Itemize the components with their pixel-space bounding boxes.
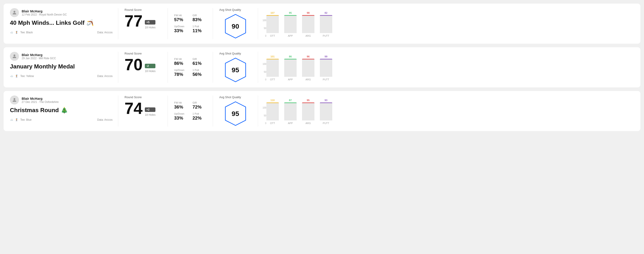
stat-fw-hit: FW Hit 57%: [174, 14, 188, 22]
weather-icon: ☁️: [10, 118, 13, 121]
stat-gir: GIR 61%: [193, 58, 206, 66]
bar-container: [302, 59, 314, 77]
title-emoji: 🪃: [86, 19, 94, 26]
tee-label: Tee: Yellow: [20, 75, 34, 78]
score-row: 77 +5 18 Holes: [124, 13, 161, 29]
chart-group-arg: 98 ARG: [302, 11, 314, 37]
round-score-value: 70: [124, 57, 142, 73]
tee-row: ☁️ 🏌️ Tee: Yellow Data: Arccos: [10, 75, 112, 78]
card-chart: 100 50 0 107 OTT 95: [258, 8, 634, 39]
player-info: Blair McHarg 12 Feb 2022 · Royal North D…: [22, 9, 67, 16]
chart-group-app: 86 APP: [284, 55, 296, 81]
bar-container: [284, 59, 296, 77]
avatar: [10, 52, 19, 61]
card-left: Blair McHarg 12 Feb 2022 · Royal North D…: [10, 8, 118, 39]
chart-group-ott: 110 OTT: [266, 99, 279, 125]
chart-bars: 107 OTT 95 APP 98: [266, 10, 332, 37]
card-stats: FW Hit 36% GIR 72% Up/Down 33% 1 Putt 22…: [168, 96, 213, 127]
card-center: Round Score 70 -2 18 Holes: [118, 52, 168, 83]
hexagon-container: 95: [224, 57, 247, 83]
score-holes: 18 Holes: [145, 113, 156, 117]
avatar: [10, 96, 19, 105]
card-center: Round Score 74 +2 18 Holes: [118, 96, 168, 127]
hex-score: 95: [232, 66, 239, 74]
quality-label: Avg Shot Quality: [219, 96, 241, 99]
player-row: Blair McHarg 27 Dec 2021 · The Oxfordshi…: [10, 96, 112, 105]
chart-bars: 110 OTT 87 APP 95: [266, 98, 332, 125]
chart-group-arg: 95 ARG: [302, 99, 314, 125]
score-badge: -2: [145, 64, 156, 68]
bag-icon: 🏌️: [15, 118, 18, 121]
bar-container: [284, 103, 296, 121]
bar-container: [266, 103, 279, 121]
stat-updown: Up/Down 33%: [174, 25, 188, 33]
tee-row: ☁️ 🏌️ Tee: Blue Data: Arccos: [10, 118, 112, 121]
round-card-round1: Blair McHarg 12 Feb 2022 · Royal North D…: [4, 3, 640, 44]
title-emoji: 🎄: [61, 107, 68, 114]
player-name: Blair McHarg: [22, 97, 59, 101]
stat-oneputt: 1 Putt 56%: [193, 69, 206, 77]
player-info: Blair McHarg 27 Dec 2021 · The Oxfordshi…: [22, 97, 59, 104]
score-holes: 18 Holes: [145, 26, 156, 29]
score-badge: +5: [145, 20, 156, 24]
player-info: Blair McHarg 29 Jan 2022 · Mill Ride GCC: [22, 53, 56, 60]
card-center: Round Score 77 +5 18 Holes: [118, 8, 168, 39]
hexagon-container: 95: [224, 101, 247, 127]
chart-wrapper: 100 50 0 110 OTT 87: [262, 98, 630, 125]
stat-oneputt: 1 Putt 11%: [193, 25, 206, 33]
bag-icon: 🏌️: [15, 75, 18, 78]
round-score-label: Round Score: [124, 8, 161, 11]
bar-container: [302, 15, 314, 33]
chart-group-arg: 96 ARG: [302, 55, 314, 81]
stat-fw-hit: FW Hit 86%: [174, 58, 188, 66]
avatar: [10, 8, 19, 17]
user-icon: [12, 54, 17, 59]
round-card-round3: Blair McHarg 27 Dec 2021 · The Oxfordshi…: [4, 91, 640, 131]
data-source: Data: Arccos: [97, 31, 112, 34]
user-icon: [12, 10, 17, 15]
bar-container: [320, 15, 332, 33]
player-row: Blair McHarg 12 Feb 2022 · Royal North D…: [10, 8, 112, 17]
card-quality: Avg Shot Quality 95: [213, 52, 258, 83]
bar-container: [302, 103, 314, 121]
bar-container: [266, 15, 279, 33]
chart-group-app: 87 APP: [284, 99, 296, 125]
chart-group-app: 95 APP: [284, 11, 296, 37]
stat-fw-hit: FW Hit 36%: [174, 101, 188, 110]
card-stats: FW Hit 57% GIR 83% Up/Down 33% 1 Putt 11…: [168, 8, 213, 39]
player-date: 12 Feb 2022 · Royal North Devon GC: [22, 13, 67, 16]
round-score-label: Round Score: [124, 52, 161, 55]
hexagon-container: 90: [224, 13, 247, 39]
hex-score: 90: [232, 22, 239, 30]
player-date: 29 Jan 2022 · Mill Ride GCC: [22, 57, 56, 60]
chart-group-ott: 107 OTT: [266, 11, 279, 37]
svg-point-2: [14, 54, 15, 56]
svg-point-0: [14, 11, 15, 13]
stat-gir: GIR 72%: [193, 101, 206, 110]
bar-container: [266, 59, 279, 77]
card-quality: Avg Shot Quality 90: [213, 8, 258, 39]
chart-bars: 101 OTT 86 APP 96: [266, 54, 332, 81]
card-chart: 100 50 0 101 OTT 86: [258, 52, 634, 83]
round-title: 40 Mph Winds... Links Golf 🪃: [10, 19, 112, 26]
chart-wrapper: 100 50 0 107 OTT 95: [262, 10, 630, 37]
stat-updown: Up/Down 78%: [174, 69, 188, 77]
data-source: Data: Arccos: [97, 118, 112, 121]
stats-grid: FW Hit 36% GIR 72% Up/Down 33% 1 Putt 22…: [174, 101, 206, 121]
user-icon: [12, 97, 17, 103]
round-score-label: Round Score: [124, 96, 161, 99]
tee-label: Tee: Black: [20, 31, 33, 34]
card-left: Blair McHarg 29 Jan 2022 · Mill Ride GCC…: [10, 52, 118, 83]
bag-icon: 🏌️: [15, 31, 18, 34]
weather-icon: ☁️: [10, 31, 13, 34]
chart-group-ott: 101 OTT: [266, 55, 279, 81]
chart-group-putt: 93 PUTT: [320, 99, 332, 125]
score-row: 74 +2 18 Holes: [124, 100, 161, 117]
card-stats: FW Hit 86% GIR 61% Up/Down 78% 1 Putt 56…: [168, 52, 213, 83]
stat-updown: Up/Down 33%: [174, 112, 188, 121]
stats-grid: FW Hit 57% GIR 83% Up/Down 33% 1 Putt 11…: [174, 14, 206, 33]
card-left: Blair McHarg 27 Dec 2021 · The Oxfordshi…: [10, 96, 118, 127]
player-date: 27 Dec 2021 · The Oxfordshire: [22, 101, 59, 104]
card-quality: Avg Shot Quality 95: [213, 96, 258, 127]
round-title: Christmas Round 🎄: [10, 107, 112, 114]
